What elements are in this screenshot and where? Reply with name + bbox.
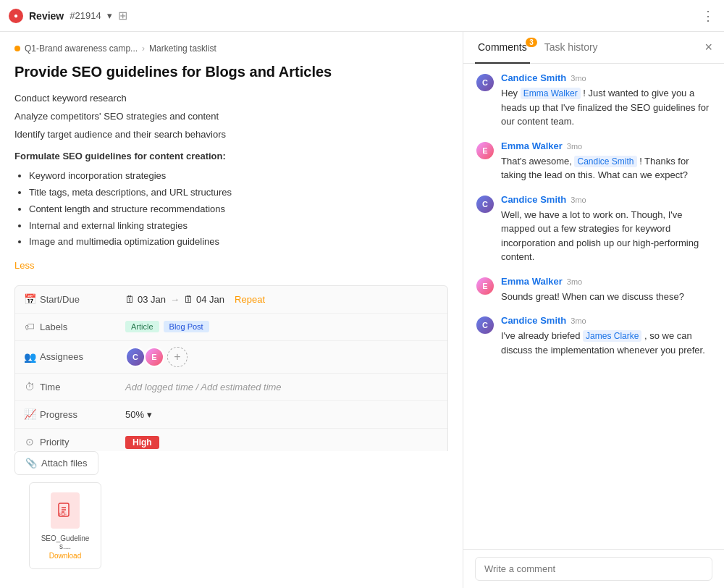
task-title: Provide SEO guidelines for Blogs and Art… xyxy=(14,62,448,81)
comment-time-5: 3mo xyxy=(571,316,586,325)
priority-high-badge[interactable]: High xyxy=(125,436,159,449)
paperclip-icon: 📎 xyxy=(25,458,37,469)
time-label: ⏱ Time xyxy=(24,381,125,392)
comment-item: E Emma Walker 3mo That's awesome, Candic… xyxy=(475,140,712,182)
start-date[interactable]: 🗓 03 Jan xyxy=(125,294,166,305)
comment-text-4: Sounds great! When can we discuss these? xyxy=(501,290,712,304)
time-value[interactable]: Add logged time / Add estimated time xyxy=(125,382,439,392)
status-label: Review xyxy=(29,10,64,22)
bullet-3: Content length and structure recommendat… xyxy=(29,202,448,217)
header-left: ● Review #21914 ▾ ⊞ xyxy=(9,9,702,23)
task-id[interactable]: #21914 xyxy=(70,10,101,21)
desc-bold-header: Formulate SEO guidelines for content cre… xyxy=(14,149,448,164)
file-card[interactable]: PDF SEO_Gudelines.... Download xyxy=(29,482,101,569)
label-blogpost[interactable]: Blog Post xyxy=(164,321,209,332)
pdf-icon: PDF xyxy=(51,492,80,529)
attach-section: 📎 Attach files PDF SEO_Gudelines.... xyxy=(0,451,463,588)
mention-candice-smith: Candice Smith xyxy=(574,156,636,167)
avatar-candice[interactable]: C xyxy=(125,347,146,367)
repeat-link[interactable]: Repeat xyxy=(235,294,265,305)
comment-header-2: Emma Walker 3mo xyxy=(501,140,712,151)
progress-dropdown-icon[interactable]: ▾ xyxy=(147,409,152,420)
comment-body-1: Candice Smith 3mo Hey Emma Walker ! Just… xyxy=(501,72,712,129)
left-panel: Q1-Brand awareness camp... › Marketing t… xyxy=(0,32,463,588)
task-tree-icon[interactable]: ⊞ xyxy=(118,9,127,22)
comment-body-3: Candice Smith 3mo Well, we have a lot to… xyxy=(501,194,712,264)
less-link[interactable]: Less xyxy=(14,259,34,274)
labels-label: 🏷 Labels xyxy=(24,321,125,332)
status-icon: ● xyxy=(9,9,23,23)
calendar-small-icon: 🗓 xyxy=(125,294,135,305)
breadcrumb-parent[interactable]: Q1-Brand awareness camp... xyxy=(25,43,138,54)
file-name: SEO_Gudelines.... xyxy=(35,534,95,550)
assignees-row: 👥 Assignees C E + xyxy=(15,341,447,374)
avatar-candice-comment1: C xyxy=(475,72,495,93)
comment-item: C Candice Smith 3mo Hey Emma Walker ! Ju… xyxy=(475,72,712,129)
comment-time-1: 3mo xyxy=(571,74,586,83)
desc-line-2: Analyze competitors' SEO strategies and … xyxy=(14,109,448,125)
right-header: Comments 3 Task history × xyxy=(463,32,724,64)
label-article[interactable]: Article xyxy=(125,321,159,332)
progress-icon: 📈 xyxy=(24,408,35,420)
left-scroll-area: Q1-Brand awareness camp... › Marketing t… xyxy=(0,32,463,451)
mention-james-clarke: James Clarke xyxy=(583,330,641,342)
end-date[interactable]: 🗓 04 Jan xyxy=(184,294,224,305)
avatar-emma-comment4: E xyxy=(475,276,495,296)
tab-task-history[interactable]: Task history xyxy=(542,32,601,64)
write-comment-area xyxy=(463,549,724,588)
comment-author-5: Candice Smith xyxy=(501,315,566,326)
attach-files-button[interactable]: 📎 Attach files xyxy=(14,451,98,475)
file-cards: PDF SEO_Gudelines.... Download xyxy=(14,475,448,576)
clock-icon: ⏱ xyxy=(24,381,35,392)
progress-label: 📈 Progress xyxy=(24,408,125,420)
breadcrumb: Q1-Brand awareness camp... › Marketing t… xyxy=(14,43,448,54)
main-layout: Q1-Brand awareness camp... › Marketing t… xyxy=(0,32,724,588)
more-options-button[interactable]: ⋮ xyxy=(702,8,715,24)
labels-row: 🏷 Labels Article Blog Post xyxy=(15,314,447,341)
fields-table: 📅 Start/Due 🗓 03 Jan → 🗓 04 Jan xyxy=(14,285,448,451)
comment-item: E Emma Walker 3mo Sounds great! When can… xyxy=(475,276,712,304)
comment-header-5: Candice Smith 3mo xyxy=(501,315,712,326)
start-due-value[interactable]: 🗓 03 Jan → 🗓 04 Jan Repeat xyxy=(125,294,439,305)
file-download-link[interactable]: Download xyxy=(49,552,81,560)
labels-value: Article Blog Post xyxy=(125,321,439,332)
breadcrumb-separator: › xyxy=(142,43,145,54)
assignees-value: C E + xyxy=(125,347,439,367)
bullet-5: Image and multimedia optimization guidel… xyxy=(29,235,448,250)
assignees-label: 👥 Assignees xyxy=(24,351,125,363)
avatar-candice-comment5: C xyxy=(475,315,495,335)
start-due-row: 📅 Start/Due 🗓 03 Jan → 🗓 04 Jan xyxy=(15,286,447,314)
tab-comments[interactable]: Comments 3 xyxy=(475,32,530,64)
avatar-emma[interactable]: E xyxy=(144,347,164,367)
add-assignee-button[interactable]: + xyxy=(167,347,188,367)
close-button[interactable]: × xyxy=(704,40,712,55)
desc-line-1: Conduct keyword research xyxy=(14,91,448,106)
time-row: ⏱ Time Add logged time / Add estimated t… xyxy=(15,374,447,401)
comment-author-2: Emma Walker xyxy=(501,140,563,151)
start-due-label: 📅 Start/Due xyxy=(24,293,125,305)
comment-body-5: Candice Smith 3mo I've already briefed J… xyxy=(501,315,712,357)
comment-time-2: 3mo xyxy=(567,142,582,151)
comments-badge: 3 xyxy=(526,38,537,47)
comment-author-1: Candice Smith xyxy=(501,72,566,83)
priority-icon: ⊙ xyxy=(24,436,35,448)
progress-row: 📈 Progress 50% ▾ xyxy=(15,401,447,429)
comment-author-3: Candice Smith xyxy=(501,194,566,205)
breadcrumb-child[interactable]: Marketing tasklist xyxy=(149,43,216,54)
comment-text-5: I've already briefed James Clarke , so w… xyxy=(501,329,712,357)
avatar-candice-comment3: C xyxy=(475,194,495,214)
comment-body-4: Emma Walker 3mo Sounds great! When can w… xyxy=(501,276,712,304)
calendar-small-icon2: 🗓 xyxy=(184,294,193,305)
comment-text-1: Hey Emma Walker ! Just wanted to give yo… xyxy=(501,86,712,129)
priority-value[interactable]: High xyxy=(125,437,439,448)
comment-time-4: 3mo xyxy=(567,277,582,286)
progress-value[interactable]: 50% ▾ xyxy=(125,409,439,420)
task-header: ● Review #21914 ▾ ⊞ ⋮ xyxy=(0,0,724,32)
comment-item: C Candice Smith 3mo Well, we have a lot … xyxy=(475,194,712,264)
task-id-dropdown[interactable]: ▾ xyxy=(107,10,112,21)
comments-list: C Candice Smith 3mo Hey Emma Walker ! Ju… xyxy=(463,64,724,549)
comment-author-4: Emma Walker xyxy=(501,276,563,287)
write-comment-input[interactable] xyxy=(475,557,712,581)
bullet-2: Title tags, meta descriptions, and URL s… xyxy=(29,185,448,201)
date-arrow: → xyxy=(170,294,180,305)
